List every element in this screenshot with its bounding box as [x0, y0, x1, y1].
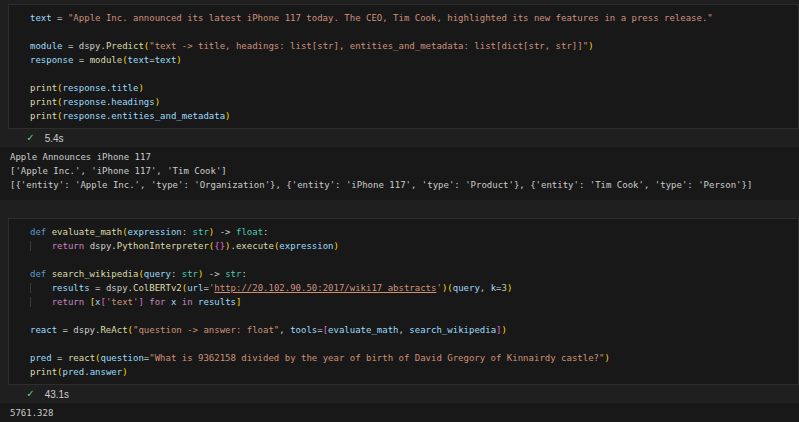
code-line[interactable]: results = dspy.ColBERTv2(url='http://20.… [30, 281, 790, 295]
code-line[interactable]: def search_wikipedia(query: str) -> str: [30, 267, 790, 281]
code-line[interactable]: react = dspy.ReAct("question -> answer: … [30, 323, 790, 337]
notebook-cell-2: def evaluate_math(expression: str) -> fl… [0, 218, 799, 422]
code-line[interactable]: module = dspy.Predict("text -> title, he… [30, 39, 790, 53]
code-line[interactable]: return [x['text'] for x in results] [30, 295, 790, 309]
code-line[interactable] [30, 337, 790, 351]
output-line: [{'entity': 'Apple Inc.', 'type': 'Organ… [10, 178, 791, 192]
code-line[interactable] [30, 309, 790, 323]
cell-status-bar: ✓ 43.1s [0, 385, 799, 403]
output-line: Apple Announces iPhone 117 [10, 150, 791, 164]
code-line[interactable]: text = "Apple Inc. announced its latest … [30, 11, 790, 25]
cell-output: Apple Announces iPhone 117['Apple Inc.',… [0, 147, 799, 200]
code-line[interactable]: return dspy.PythonInterpreter({}).execut… [30, 239, 790, 253]
notebook-cell-1: text = "Apple Inc. announced its latest … [0, 4, 799, 200]
code-line[interactable]: print(response.entities_and_metadata) [30, 109, 790, 123]
code-line[interactable] [30, 253, 790, 267]
success-check-icon: ✓ [27, 385, 34, 403]
code-line[interactable]: response = module(text=text) [30, 53, 790, 67]
code-line[interactable]: pred = react(question="What is 9362158 d… [30, 351, 790, 365]
cell-status-bar: ✓ 5.4s [0, 129, 799, 147]
code-line[interactable]: print(response.headings) [30, 95, 790, 109]
code-area[interactable]: text = "Apple Inc. announced its latest … [30, 11, 790, 123]
code-editor[interactable]: text = "Apple Inc. announced its latest … [8, 4, 799, 129]
code-line[interactable] [30, 67, 790, 81]
code-editor[interactable]: def evaluate_math(expression: str) -> fl… [8, 218, 799, 385]
success-check-icon: ✓ [27, 129, 34, 147]
notebook: text = "Apple Inc. announced its latest … [0, 4, 799, 422]
code-line[interactable]: print(pred.answer) [30, 365, 790, 379]
output-line: 5761.328 [10, 406, 791, 420]
output-line: ['Apple Inc.', 'iPhone 117', 'Tim Cook'] [10, 164, 791, 178]
code-line[interactable] [30, 25, 790, 39]
cell-output: 5761.328 [0, 403, 799, 422]
execution-time: 5.4s [45, 133, 64, 144]
code-area[interactable]: def evaluate_math(expression: str) -> fl… [30, 225, 790, 379]
cell-separator [0, 200, 799, 218]
code-line[interactable]: def evaluate_math(expression: str) -> fl… [30, 225, 790, 239]
execution-time: 43.1s [45, 389, 69, 400]
code-line[interactable]: print(response.title) [30, 81, 790, 95]
